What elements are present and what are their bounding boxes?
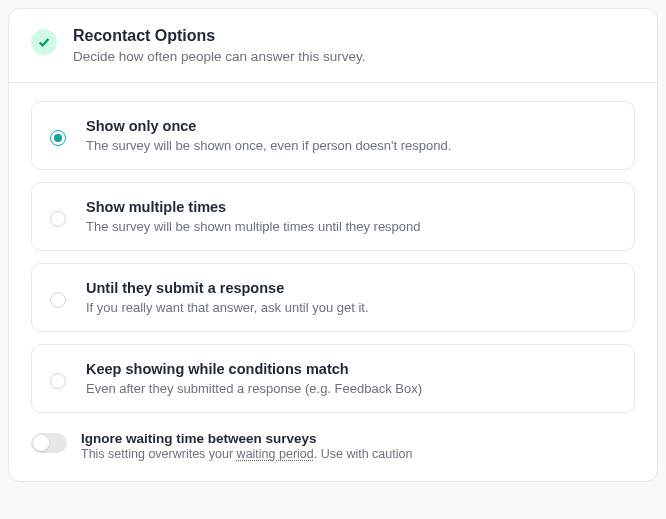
radio-icon xyxy=(50,292,66,308)
waiting-period-link[interactable]: waiting period xyxy=(237,447,314,461)
ignore-waiting-row: Ignore waiting time between surveys This… xyxy=(31,431,635,461)
card-subtitle: Decide how often people can answer this … xyxy=(73,49,365,64)
option-title: Until they submit a response xyxy=(86,280,369,296)
radio-icon xyxy=(50,373,66,389)
radio-icon xyxy=(50,130,66,146)
option-text: Show only once The survey will be shown … xyxy=(86,118,451,153)
check-icon xyxy=(31,29,57,55)
card-body: Show only once The survey will be shown … xyxy=(9,83,657,481)
footer-title: Ignore waiting time between surveys xyxy=(81,431,412,446)
option-title: Show only once xyxy=(86,118,451,134)
option-description: If you really want that answer, ask unti… xyxy=(86,300,369,315)
ignore-waiting-toggle[interactable] xyxy=(31,433,67,453)
option-description: The survey will be shown once, even if p… xyxy=(86,138,451,153)
option-until-response[interactable]: Until they submit a response If you real… xyxy=(31,263,635,332)
option-text: Show multiple times The survey will be s… xyxy=(86,199,421,234)
header-text: Recontact Options Decide how often peopl… xyxy=(73,27,365,64)
option-description: Even after they submitted a response (e.… xyxy=(86,381,422,396)
option-title: Keep showing while conditions match xyxy=(86,361,422,377)
option-title: Show multiple times xyxy=(86,199,421,215)
footer-description: This setting overwrites your waiting per… xyxy=(81,447,412,461)
option-show-only-once[interactable]: Show only once The survey will be shown … xyxy=(31,101,635,170)
card-title: Recontact Options xyxy=(73,27,365,45)
option-text: Keep showing while conditions match Even… xyxy=(86,361,422,396)
card-header: Recontact Options Decide how often peopl… xyxy=(9,9,657,83)
footer-text: Ignore waiting time between surveys This… xyxy=(81,431,412,461)
recontact-options-card: Recontact Options Decide how often peopl… xyxy=(8,8,658,482)
radio-icon xyxy=(50,211,66,227)
option-keep-showing[interactable]: Keep showing while conditions match Even… xyxy=(31,344,635,413)
option-text: Until they submit a response If you real… xyxy=(86,280,369,315)
option-description: The survey will be shown multiple times … xyxy=(86,219,421,234)
option-show-multiple-times[interactable]: Show multiple times The survey will be s… xyxy=(31,182,635,251)
